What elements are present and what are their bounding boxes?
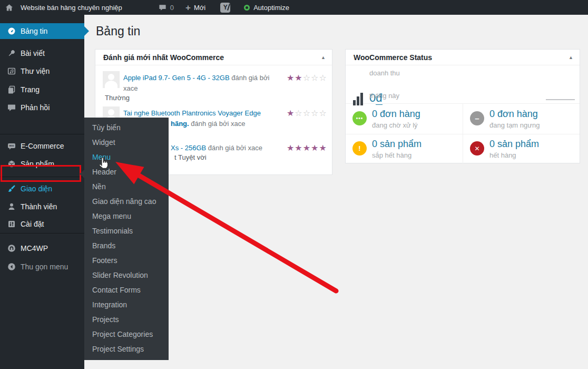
flyout-item-project-categories[interactable]: Project Categories — [84, 327, 169, 342]
flyout-item-testimonials[interactable]: Testimonials — [84, 224, 169, 238]
appearance-flyout-menu: Tùy biến Widget Menu Header Nền Giao diệ… — [84, 118, 169, 360]
comment-bubble-icon — [159, 4, 166, 11]
sidebar-item-label: Cài đặt — [21, 220, 44, 228]
sidebar-item-ecommerce[interactable]: woo E-Commerce — [0, 137, 84, 155]
comments-menu-item[interactable]: 0 — [155, 0, 178, 15]
flyout-item-slider-revolution[interactable]: Slider Revolution — [84, 268, 169, 283]
comment-icon — [7, 103, 16, 112]
bar-chart-icon — [353, 91, 367, 105]
sidebar-item-label: Giao diện — [21, 184, 52, 193]
pin-icon — [7, 49, 16, 57]
flyout-item-contact-forms[interactable]: Contact Forms — [84, 283, 169, 297]
on-hold-icon: – — [470, 111, 484, 125]
sidebar-item-label: Thành viên — [21, 202, 57, 211]
sidebar-item-collapse-menu[interactable]: Thu gọn menu — [0, 258, 84, 276]
sidebar-item-products[interactable]: Sản phẩm — [0, 155, 84, 173]
stat-products-out-of-stock[interactable]: ✕ 0 sản phẩm hết hàng — [463, 134, 580, 164]
sidebar-item-appearance[interactable]: Giao diện — [0, 180, 84, 198]
stat-value: 0 đơn hàng — [489, 109, 538, 120]
home-menu-item[interactable] — [2, 0, 17, 15]
flyout-item-menu[interactable]: Menu — [84, 150, 169, 164]
flyout-item-projects[interactable]: Projects — [84, 312, 169, 327]
stat-orders-processing[interactable]: ••• 0 đơn hàng đang chờ xử lý — [346, 104, 463, 134]
sidebar-item-dashboard[interactable]: Bảng tin — [0, 23, 84, 39]
site-title[interactable]: Website bán hàng chuyên nghiệp — [17, 0, 126, 15]
flyout-item-project-settings[interactable]: Project Settings — [84, 342, 169, 356]
flyout-item-background[interactable]: Nền — [84, 179, 169, 194]
home-icon — [5, 4, 13, 12]
stat-label: hết hàng — [489, 151, 516, 159]
review-item: Apple iPad 9.7- Gen 5 - 4G - 32GB đánh g… — [123, 73, 281, 94]
sidebar-item-pages[interactable]: Trang — [0, 81, 84, 99]
yoast-seo-icon: Y — [220, 3, 230, 13]
dashboard-icon — [7, 27, 16, 35]
widget-title: WooCommerce Status — [354, 53, 569, 62]
sidebar-item-comments[interactable]: Phản hồi — [0, 99, 84, 116]
review-byline: đánh giá bởi xace — [189, 120, 246, 128]
collapse-toggle-icon[interactable]: ▲ — [569, 55, 573, 60]
user-icon — [7, 202, 16, 211]
review-byline: đánh giá bởi xace — [206, 144, 262, 152]
product-link[interactable]: Xs - 256GB — [171, 144, 206, 152]
sidebar-item-label: Phản hồi — [21, 103, 50, 112]
product-link[interactable]: hãng. — [171, 120, 189, 128]
collapse-toggle-icon[interactable]: ▲ — [321, 55, 326, 60]
flyout-item-integration[interactable]: Integration — [84, 297, 169, 312]
svg-text:woo: woo — [8, 144, 14, 147]
widget-title: Đánh giá mới nhất WooCommerce — [103, 53, 321, 62]
review-excerpt: Thường — [105, 94, 130, 102]
sidebar-item-media[interactable]: Thư viện — [0, 62, 84, 80]
sidebar-item-posts[interactable]: Bài viết — [0, 44, 84, 62]
admin-bar: Website bán hàng chuyên nghiệp 0 + Mới Y… — [0, 0, 588, 15]
sidebar-item-users[interactable]: Thành viên — [0, 198, 84, 216]
out-of-stock-icon: ✕ — [470, 141, 484, 156]
flyout-item-widget[interactable]: Widget — [84, 135, 169, 150]
product-link[interactable]: Apple iPad 9.7- Gen 5 - 4G - 32GB — [123, 74, 230, 82]
page-title: Bảng tin — [96, 24, 140, 38]
settings-icon — [7, 220, 16, 228]
stat-value: 0 đơn hàng — [372, 109, 420, 120]
sidebar-item-label: Bảng tin — [21, 27, 47, 35]
new-label: Mới — [194, 4, 205, 12]
divider — [346, 134, 580, 134]
avatar — [103, 71, 120, 88]
woocommerce-status-widget: WooCommerce Status ▲ doanh thu 0đ tháng … — [345, 49, 580, 163]
stat-products-low-stock[interactable]: ! 0 sản phẩm sắp hết hàng — [346, 134, 463, 164]
star-rating: ★★☆☆☆ — [287, 73, 327, 83]
sidebar-item-settings[interactable]: Cài đặt — [0, 215, 84, 233]
revenue-label: doanh thu — [369, 69, 400, 77]
woocommerce-icon: woo — [7, 142, 16, 150]
flyout-item-mega-menu[interactable]: Mega menu — [84, 209, 169, 224]
revenue-section: doanh thu 0đ tháng này — [346, 65, 580, 104]
sidebar-item-label: Trang — [21, 85, 40, 94]
stat-label: đang tạm ngưng — [489, 121, 540, 129]
flyout-item-header[interactable]: Header — [84, 164, 169, 179]
processing-icon: ••• — [352, 111, 367, 125]
brush-icon — [7, 184, 16, 193]
flyout-item-advanced[interactable]: Giao diện nâng cao — [84, 194, 169, 209]
flyout-item-footers[interactable]: Footers — [84, 253, 169, 268]
stat-orders-on-hold[interactable]: – 0 đơn hàng đang tạm ngưng — [463, 104, 580, 134]
mc4wp-icon — [7, 244, 16, 253]
sidebar-item-label: Thu gọn menu — [21, 263, 68, 271]
flyout-item-customize[interactable]: Tùy biến — [84, 120, 169, 135]
review-byline: đánh giá bởi — [230, 74, 270, 82]
stat-label: đang chờ xử lý — [372, 121, 418, 129]
active-menu-arrow — [84, 26, 89, 36]
sidebar-item-mc4wp[interactable]: MC4WP — [0, 239, 84, 257]
new-content-menu-item[interactable]: + Mới — [182, 0, 209, 15]
yoast-seo-menu-item[interactable]: Y — [217, 0, 234, 15]
flyout-arrow-notch — [80, 170, 84, 178]
sidebar-item-label: Thư viện — [21, 67, 50, 75]
sidebar-item-label: E-Commerce — [21, 142, 64, 150]
reviewer-name: xace — [123, 84, 138, 92]
admin-sidebar: Bảng tin Bài viết Thư viện Trang Phản hồ… — [0, 15, 84, 369]
product-link[interactable]: Tai nghe Bluetooth Plantronics Voyager E… — [123, 109, 261, 117]
review-excerpt: t Tuyệt vời — [174, 153, 207, 161]
autoptimize-label: Autoptimize — [253, 4, 289, 12]
pages-icon — [7, 85, 16, 94]
sidebar-separator — [0, 134, 84, 134]
flyout-item-brands[interactable]: Brands — [84, 238, 169, 253]
autoptimize-menu-item[interactable]: Autoptimize — [240, 0, 293, 15]
star-rating: ★☆☆☆☆ — [287, 108, 327, 118]
